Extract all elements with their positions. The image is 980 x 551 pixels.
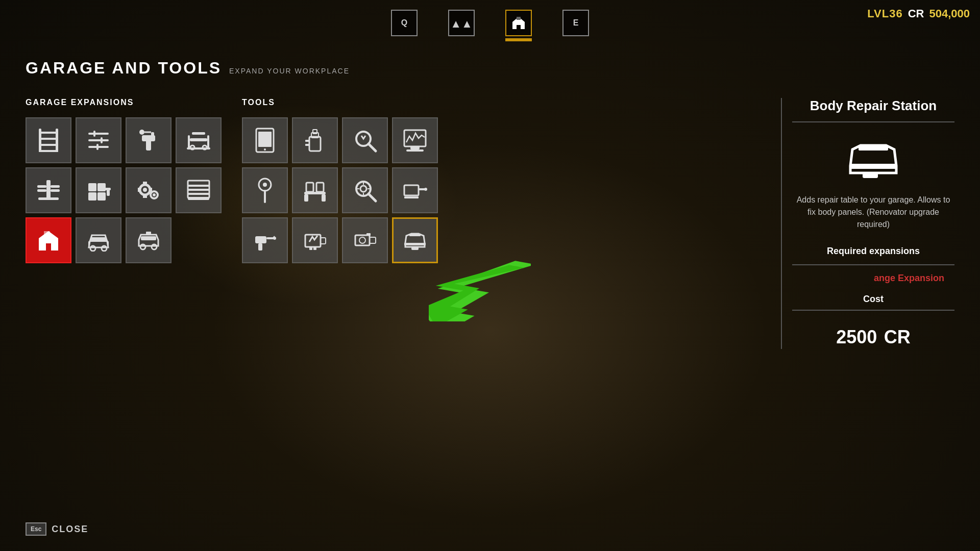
- tool-item-9[interactable]: [292, 217, 338, 263]
- svg-rect-102: [404, 243, 426, 245]
- garage-expansions-title: GARAGE EXPANSIONS: [26, 98, 222, 107]
- svg-rect-69: [406, 149, 424, 152]
- svg-rect-76: [304, 194, 308, 202]
- close-label[interactable]: CLOSE: [52, 524, 88, 535]
- svg-rect-48: [44, 231, 50, 235]
- garage-item-7[interactable]: [176, 167, 222, 213]
- svg-text:▲▲: ▲▲: [450, 17, 473, 30]
- diagnostic-icon: [402, 128, 428, 153]
- svg-rect-11: [88, 139, 109, 141]
- svg-rect-22: [207, 135, 209, 149]
- tool-item-5[interactable]: [292, 167, 338, 213]
- svg-rect-33: [88, 192, 96, 201]
- cost-number: 2500: [836, 327, 877, 347]
- svg-rect-77: [322, 194, 326, 202]
- svg-rect-67: [404, 130, 426, 146]
- tablet-icon: [254, 128, 276, 153]
- svg-rect-38: [104, 188, 111, 190]
- svg-rect-55: [141, 236, 156, 240]
- svg-rect-29: [37, 189, 46, 192]
- pin-icon: [253, 178, 277, 203]
- svg-rect-6: [39, 138, 58, 140]
- hud-top-right: LVL36 CR504,000: [867, 7, 970, 20]
- svg-rect-28: [38, 197, 59, 200]
- svg-rect-52: [91, 237, 106, 241]
- tool-item-7[interactable]: [392, 167, 438, 213]
- garage-item-8[interactable]: [26, 217, 71, 263]
- svg-rect-2: [517, 17, 521, 20]
- svg-rect-45: [188, 189, 209, 191]
- svg-rect-17: [151, 132, 154, 138]
- garage-item-6[interactable]: [126, 167, 172, 213]
- esc-key: Esc: [26, 522, 46, 536]
- cost-currency: CR: [884, 327, 911, 347]
- tool-item-3[interactable]: [392, 117, 438, 163]
- tool-item-8[interactable]: [242, 217, 288, 263]
- svg-rect-46: [188, 193, 209, 195]
- svg-rect-30: [51, 189, 60, 192]
- svg-rect-12: [101, 137, 103, 143]
- garage-item-9[interactable]: [76, 217, 121, 263]
- panel-tool-icon: [402, 178, 428, 203]
- info-panel: Body Repair Station Adds repair table to…: [781, 98, 954, 349]
- svg-point-50: [90, 246, 95, 251]
- svg-rect-105: [849, 164, 897, 169]
- tools-grid: [242, 117, 438, 263]
- nav-house-button[interactable]: [505, 10, 532, 36]
- svg-rect-89: [255, 236, 266, 243]
- spray-icon: [137, 128, 160, 153]
- svg-rect-56: [146, 232, 151, 235]
- svg-point-42: [153, 193, 156, 196]
- svg-rect-9: [88, 133, 109, 135]
- svg-rect-88: [404, 196, 419, 198]
- tool-item-10[interactable]: [342, 217, 388, 263]
- main-content: GARAGE AND TOOLS EXPAND YOUR WORKPLACE G…: [0, 48, 980, 551]
- garage-item-4[interactable]: [26, 167, 71, 213]
- nav-arrows-icon[interactable]: ▲▲: [448, 10, 475, 36]
- svg-rect-32: [51, 185, 60, 188]
- close-bar: Esc CLOSE: [26, 522, 88, 536]
- tool-item-2[interactable]: [342, 117, 388, 163]
- svg-line-66: [369, 144, 376, 151]
- svg-point-40: [143, 188, 147, 192]
- wheel-search-icon: [352, 178, 378, 203]
- tool-item-0[interactable]: [242, 117, 288, 163]
- svg-rect-26: [192, 132, 205, 135]
- garage-item-2[interactable]: [126, 117, 172, 163]
- nav-q-button[interactable]: Q: [391, 10, 418, 36]
- svg-rect-96: [309, 247, 312, 250]
- scale-icon: [36, 178, 61, 203]
- tool-item-4[interactable]: [242, 167, 288, 213]
- info-panel-title: Body Repair Station: [792, 98, 954, 122]
- garage-item-10[interactable]: [126, 217, 172, 263]
- svg-line-84: [369, 194, 376, 201]
- car-service-icon: [136, 229, 161, 252]
- panels-layout: GARAGE EXPANSIONS: [26, 98, 954, 349]
- nav-e-button[interactable]: E: [562, 10, 589, 36]
- tool-item-11[interactable]: [392, 217, 438, 263]
- svg-point-54: [152, 244, 157, 249]
- svg-rect-8: [39, 150, 58, 152]
- wrench-search-icon: [352, 128, 378, 153]
- fluid-icon: [303, 128, 327, 153]
- garage-item-5[interactable]: [76, 167, 121, 213]
- svg-point-87: [424, 188, 427, 191]
- garage-item-0[interactable]: [26, 117, 71, 163]
- tools-section: TOOLS: [242, 98, 438, 263]
- svg-rect-27: [46, 180, 51, 198]
- garage-item-1[interactable]: [76, 117, 121, 163]
- svg-rect-91: [258, 243, 262, 251]
- car-front-icon: [86, 229, 111, 252]
- garage-item-3[interactable]: [176, 117, 222, 163]
- svg-point-71: [263, 183, 267, 187]
- cost-label: Cost: [792, 294, 954, 311]
- svg-rect-35: [88, 183, 96, 191]
- svg-rect-85: [404, 185, 419, 195]
- top-nav: Q ▲▲ E: [0, 0, 980, 46]
- svg-point-99: [359, 237, 365, 243]
- svg-rect-103: [409, 234, 421, 236]
- svg-rect-58: [258, 132, 272, 147]
- tool-item-1[interactable]: [292, 117, 338, 163]
- tool-item-6[interactable]: [342, 167, 388, 213]
- weld-gun-icon: [252, 228, 278, 253]
